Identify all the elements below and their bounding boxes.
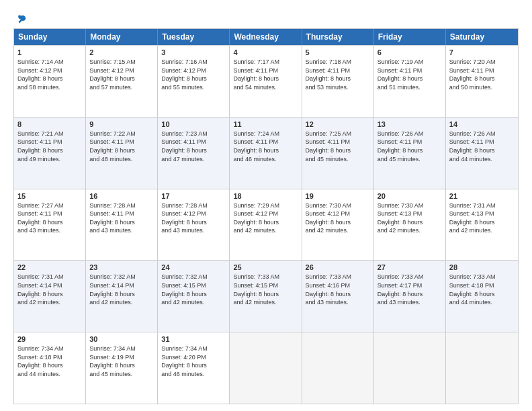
cell-text: Sunrise: 7:31 AMSunset: 4:13 PMDaylight:…	[449, 201, 515, 235]
cell-text: Sunrise: 7:32 AMSunset: 4:14 PMDaylight:…	[89, 273, 154, 306]
calendar-row-4: 22Sunrise: 7:31 AMSunset: 4:14 PMDayligh…	[14, 260, 518, 332]
cell-text: Sunrise: 7:28 AMSunset: 4:12 PMDaylight:…	[161, 201, 226, 235]
cell-text: Sunrise: 7:22 AMSunset: 4:11 PMDaylight:…	[89, 130, 154, 163]
day-number: 29	[17, 335, 82, 343]
calendar-body: 1Sunrise: 7:14 AMSunset: 4:12 PMDaylight…	[14, 45, 518, 404]
day-number: 12	[306, 120, 370, 128]
cell-text: Sunrise: 7:25 AMSunset: 4:11 PMDaylight:…	[306, 130, 370, 163]
header-day-saturday: Saturday	[446, 29, 518, 45]
calendar-cell	[446, 332, 518, 404]
calendar-cell: 15Sunrise: 7:27 AMSunset: 4:11 PMDayligh…	[14, 189, 86, 261]
calendar: SundayMondayTuesdayWednesdayThursdayFrid…	[13, 28, 519, 404]
logo	[13, 13, 27, 23]
cell-text: Sunrise: 7:16 AMSunset: 4:12 PMDaylight:…	[161, 58, 226, 91]
day-number: 14	[449, 120, 515, 128]
calendar-cell: 28Sunrise: 7:33 AMSunset: 4:18 PMDayligh…	[446, 261, 518, 332]
calendar-cell: 12Sunrise: 7:25 AMSunset: 4:11 PMDayligh…	[302, 118, 374, 189]
calendar-cell: 29Sunrise: 7:34 AMSunset: 4:18 PMDayligh…	[14, 332, 86, 404]
cell-text: Sunrise: 7:21 AMSunset: 4:11 PMDaylight:…	[17, 130, 82, 163]
day-number: 8	[17, 120, 82, 128]
day-number: 20	[378, 192, 442, 200]
calendar-cell: 7Sunrise: 7:20 AMSunset: 4:11 PMDaylight…	[446, 46, 518, 117]
calendar-cell: 25Sunrise: 7:33 AMSunset: 4:15 PMDayligh…	[230, 261, 302, 332]
logo-text	[13, 13, 27, 26]
day-number: 2	[89, 48, 154, 56]
logo-bird-icon	[15, 13, 27, 26]
day-number: 9	[89, 120, 154, 128]
cell-text: Sunrise: 7:30 AMSunset: 4:12 PMDaylight:…	[306, 201, 370, 235]
cell-text: Sunrise: 7:15 AMSunset: 4:12 PMDaylight:…	[89, 58, 154, 91]
calendar-cell: 23Sunrise: 7:32 AMSunset: 4:14 PMDayligh…	[86, 261, 158, 332]
header	[13, 13, 519, 23]
cell-text: Sunrise: 7:23 AMSunset: 4:11 PMDaylight:…	[161, 130, 226, 163]
calendar-cell: 19Sunrise: 7:30 AMSunset: 4:12 PMDayligh…	[302, 189, 374, 261]
day-number: 4	[233, 48, 298, 56]
day-number: 3	[161, 48, 226, 56]
calendar-cell: 21Sunrise: 7:31 AMSunset: 4:13 PMDayligh…	[446, 189, 518, 261]
cell-text: Sunrise: 7:34 AMSunset: 4:20 PMDaylight:…	[161, 345, 226, 378]
calendar-cell: 6Sunrise: 7:19 AMSunset: 4:11 PMDaylight…	[374, 46, 446, 117]
day-number: 26	[306, 263, 370, 271]
calendar-cell: 18Sunrise: 7:29 AMSunset: 4:12 PMDayligh…	[230, 189, 302, 261]
calendar-row-5: 29Sunrise: 7:34 AMSunset: 4:18 PMDayligh…	[14, 332, 518, 404]
calendar-cell: 1Sunrise: 7:14 AMSunset: 4:12 PMDaylight…	[14, 46, 86, 117]
calendar-header: SundayMondayTuesdayWednesdayThursdayFrid…	[14, 29, 518, 45]
cell-text: Sunrise: 7:34 AMSunset: 4:19 PMDaylight:…	[89, 345, 154, 378]
calendar-cell: 5Sunrise: 7:18 AMSunset: 4:11 PMDaylight…	[302, 46, 374, 117]
calendar-cell: 3Sunrise: 7:16 AMSunset: 4:12 PMDaylight…	[158, 46, 230, 117]
calendar-cell: 27Sunrise: 7:33 AMSunset: 4:17 PMDayligh…	[374, 261, 446, 332]
day-number: 31	[161, 335, 226, 343]
calendar-cell: 26Sunrise: 7:33 AMSunset: 4:16 PMDayligh…	[302, 261, 374, 332]
day-number: 17	[161, 192, 226, 200]
day-number: 5	[306, 48, 370, 56]
cell-text: Sunrise: 7:20 AMSunset: 4:11 PMDaylight:…	[449, 58, 515, 91]
cell-text: Sunrise: 7:33 AMSunset: 4:16 PMDaylight:…	[306, 273, 370, 306]
header-day-tuesday: Tuesday	[158, 29, 230, 45]
header-day-wednesday: Wednesday	[230, 29, 302, 45]
calendar-cell: 30Sunrise: 7:34 AMSunset: 4:19 PMDayligh…	[86, 332, 158, 404]
calendar-cell: 4Sunrise: 7:17 AMSunset: 4:11 PMDaylight…	[230, 46, 302, 117]
calendar-row-1: 1Sunrise: 7:14 AMSunset: 4:12 PMDaylight…	[14, 45, 518, 117]
cell-text: Sunrise: 7:17 AMSunset: 4:11 PMDaylight:…	[233, 58, 298, 91]
calendar-cell: 31Sunrise: 7:34 AMSunset: 4:20 PMDayligh…	[158, 332, 230, 404]
cell-text: Sunrise: 7:24 AMSunset: 4:11 PMDaylight:…	[233, 130, 298, 163]
day-number: 22	[17, 263, 82, 271]
header-day-thursday: Thursday	[302, 29, 374, 45]
calendar-row-2: 8Sunrise: 7:21 AMSunset: 4:11 PMDaylight…	[14, 117, 518, 189]
cell-text: Sunrise: 7:26 AMSunset: 4:11 PMDaylight:…	[449, 130, 515, 163]
day-number: 16	[89, 192, 154, 200]
day-number: 24	[161, 263, 226, 271]
day-number: 10	[161, 120, 226, 128]
cell-text: Sunrise: 7:33 AMSunset: 4:17 PMDaylight:…	[378, 273, 442, 306]
cell-text: Sunrise: 7:30 AMSunset: 4:13 PMDaylight:…	[378, 201, 442, 235]
calendar-cell: 2Sunrise: 7:15 AMSunset: 4:12 PMDaylight…	[86, 46, 158, 117]
cell-text: Sunrise: 7:18 AMSunset: 4:11 PMDaylight:…	[306, 58, 370, 91]
day-number: 7	[449, 48, 515, 56]
calendar-cell: 11Sunrise: 7:24 AMSunset: 4:11 PMDayligh…	[230, 118, 302, 189]
calendar-cell: 20Sunrise: 7:30 AMSunset: 4:13 PMDayligh…	[374, 189, 446, 261]
cell-text: Sunrise: 7:29 AMSunset: 4:12 PMDaylight:…	[233, 201, 298, 235]
calendar-cell: 13Sunrise: 7:26 AMSunset: 4:11 PMDayligh…	[374, 118, 446, 189]
cell-text: Sunrise: 7:14 AMSunset: 4:12 PMDaylight:…	[17, 58, 82, 91]
cell-text: Sunrise: 7:26 AMSunset: 4:11 PMDaylight:…	[378, 130, 442, 163]
calendar-cell: 24Sunrise: 7:32 AMSunset: 4:15 PMDayligh…	[158, 261, 230, 332]
day-number: 19	[306, 192, 370, 200]
cell-text: Sunrise: 7:33 AMSunset: 4:18 PMDaylight:…	[449, 273, 515, 306]
day-number: 30	[89, 335, 154, 343]
cell-text: Sunrise: 7:33 AMSunset: 4:15 PMDaylight:…	[233, 273, 298, 306]
cell-text: Sunrise: 7:27 AMSunset: 4:11 PMDaylight:…	[17, 201, 82, 235]
day-number: 21	[449, 192, 515, 200]
calendar-cell: 14Sunrise: 7:26 AMSunset: 4:11 PMDayligh…	[446, 118, 518, 189]
calendar-cell	[302, 332, 374, 404]
cell-text: Sunrise: 7:19 AMSunset: 4:11 PMDaylight:…	[378, 58, 442, 91]
calendar-cell	[374, 332, 446, 404]
calendar-row-3: 15Sunrise: 7:27 AMSunset: 4:11 PMDayligh…	[14, 189, 518, 261]
calendar-cell: 17Sunrise: 7:28 AMSunset: 4:12 PMDayligh…	[158, 189, 230, 261]
calendar-cell: 22Sunrise: 7:31 AMSunset: 4:14 PMDayligh…	[14, 261, 86, 332]
day-number: 6	[378, 48, 442, 56]
cell-text: Sunrise: 7:32 AMSunset: 4:15 PMDaylight:…	[161, 273, 226, 306]
header-day-sunday: Sunday	[14, 29, 86, 45]
header-day-friday: Friday	[374, 29, 446, 45]
cell-text: Sunrise: 7:31 AMSunset: 4:14 PMDaylight:…	[17, 273, 82, 306]
day-number: 23	[89, 263, 154, 271]
